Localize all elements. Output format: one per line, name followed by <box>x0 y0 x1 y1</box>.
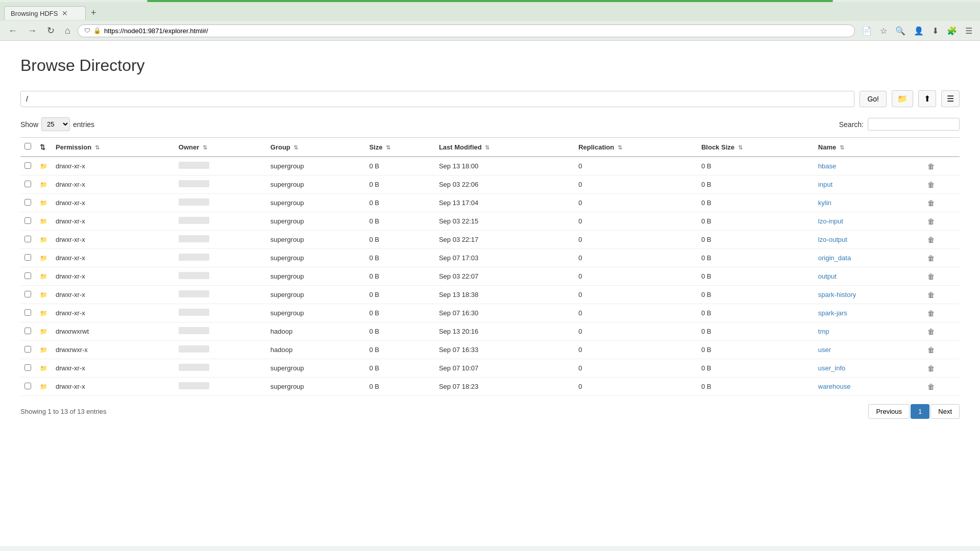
row-size: 0 B <box>365 341 434 359</box>
row-delete: 🗑 <box>923 359 960 378</box>
block-size-header[interactable]: Block Size ⇅ <box>697 138 814 157</box>
row-checkbox[interactable] <box>24 364 31 371</box>
url-input[interactable] <box>104 27 848 35</box>
page-content: Browse Directory Go! 📁 ⬆ ☰ Show 10 25 50… <box>0 41 980 546</box>
next-button[interactable]: Next <box>930 404 960 419</box>
row-replication: 0 <box>574 212 697 231</box>
active-tab[interactable]: Browsing HDFS ✕ <box>4 6 86 20</box>
path-input[interactable] <box>20 91 854 107</box>
delete-button[interactable]: 🗑 <box>927 309 935 317</box>
row-checkbox[interactable] <box>24 383 31 389</box>
row-block-size: 0 B <box>697 267 814 286</box>
file-link[interactable]: hbase <box>818 162 836 170</box>
group-header[interactable]: Group ⇅ <box>266 138 365 157</box>
new-tab-button[interactable]: + <box>86 5 102 21</box>
path-row: Go! 📁 ⬆ ☰ <box>20 90 960 107</box>
delete-button[interactable]: 🗑 <box>927 236 935 244</box>
file-link[interactable]: lzo-output <box>818 236 847 243</box>
entries-select[interactable]: 10 25 50 100 <box>41 117 70 131</box>
search-button[interactable]: 🔍 <box>893 25 908 37</box>
table-row: 📁 drwxr-xr-x supergroup 0 B Sep 13 18:00… <box>20 157 960 176</box>
table-row: 📁 drwxr-xr-x supergroup 0 B Sep 07 10:07… <box>20 359 960 378</box>
row-type-icon: 📁 <box>36 249 52 267</box>
delete-button[interactable]: 🗑 <box>927 181 935 189</box>
select-all-header[interactable] <box>20 138 36 157</box>
file-link[interactable]: input <box>818 181 832 188</box>
table-row: 📁 drwxr-xr-x supergroup 0 B Sep 03 22:15… <box>20 212 960 231</box>
file-link[interactable]: user <box>818 346 831 354</box>
tab-close-button[interactable]: ✕ <box>62 9 68 17</box>
upload-icon-button[interactable]: ⬆ <box>918 90 936 107</box>
folder-icon-button[interactable]: 📁 <box>892 90 913 107</box>
row-checkbox[interactable] <box>24 199 31 206</box>
file-link[interactable]: warehouse <box>818 383 851 390</box>
row-checkbox[interactable] <box>24 309 31 316</box>
show-label: Show <box>20 120 38 129</box>
file-link[interactable]: origin_data <box>818 254 851 262</box>
delete-button[interactable]: 🗑 <box>927 328 935 336</box>
type-icon-header[interactable]: ⇅ <box>36 138 52 157</box>
file-link[interactable]: spark-jars <box>818 309 847 317</box>
row-checkbox[interactable] <box>24 272 31 279</box>
row-checkbox[interactable] <box>24 162 31 169</box>
extensions-button[interactable]: 🧩 <box>944 25 960 37</box>
forward-button[interactable]: → <box>24 24 40 37</box>
row-delete: 🗑 <box>923 176 960 194</box>
row-owner <box>175 322 266 341</box>
replication-header[interactable]: Replication ⇅ <box>574 138 697 157</box>
row-type-icon: 📁 <box>36 194 52 212</box>
row-checkbox[interactable] <box>24 254 31 261</box>
owner-header[interactable]: Owner ⇅ <box>175 138 266 157</box>
row-delete: 🗑 <box>923 157 960 176</box>
delete-button[interactable]: 🗑 <box>927 272 935 281</box>
table-row: 📁 drwxrwxr-x hadoop 0 B Sep 07 16:33 0 0… <box>20 341 960 359</box>
reload-button[interactable]: ↻ <box>44 24 58 37</box>
file-link[interactable]: lzo-input <box>818 217 843 225</box>
row-checkbox[interactable] <box>24 291 31 297</box>
file-link[interactable]: user_info <box>818 364 845 372</box>
row-checkbox[interactable] <box>24 236 31 242</box>
file-link[interactable]: spark-history <box>818 291 856 298</box>
name-header[interactable]: Name ⇅ <box>814 138 923 157</box>
delete-button[interactable]: 🗑 <box>927 254 935 262</box>
row-checkbox[interactable] <box>24 346 31 353</box>
delete-button[interactable]: 🗑 <box>927 346 935 354</box>
list-icon-button[interactable]: ☰ <box>941 90 960 107</box>
row-name: user <box>814 341 923 359</box>
back-button[interactable]: ← <box>5 24 20 37</box>
row-checkbox[interactable] <box>24 181 31 187</box>
search-input[interactable] <box>868 118 960 131</box>
size-header[interactable]: Size ⇅ <box>365 138 434 157</box>
row-replication: 0 <box>574 267 697 286</box>
row-last-modified: Sep 03 22:15 <box>435 212 574 231</box>
delete-button[interactable]: 🗑 <box>927 291 935 299</box>
go-button[interactable]: Go! <box>860 91 887 107</box>
download-button[interactable]: ⬇ <box>929 25 941 37</box>
row-type-icon: 📁 <box>36 231 52 249</box>
row-checkbox[interactable] <box>24 328 31 334</box>
file-link[interactable]: kylin <box>818 199 831 207</box>
reader-button[interactable]: 📄 <box>859 25 874 37</box>
row-replication: 0 <box>574 157 697 176</box>
page-1-button[interactable]: 1 <box>911 404 929 419</box>
last-modified-header[interactable]: Last Modified ⇅ <box>435 138 574 157</box>
home-button[interactable]: ⌂ <box>62 24 74 37</box>
row-checkbox[interactable] <box>24 217 31 224</box>
bookmark-button[interactable]: ☆ <box>877 25 890 37</box>
file-link[interactable]: output <box>818 272 837 280</box>
select-all-checkbox[interactable] <box>24 143 31 149</box>
file-link[interactable]: tmp <box>818 328 829 335</box>
delete-button[interactable]: 🗑 <box>927 217 935 226</box>
previous-button[interactable]: Previous <box>868 404 910 419</box>
account-button[interactable]: 👤 <box>911 25 926 37</box>
owner-value <box>179 235 209 242</box>
menu-button[interactable]: ☰ <box>963 25 975 37</box>
row-size: 0 B <box>365 176 434 194</box>
delete-button[interactable]: 🗑 <box>927 383 935 391</box>
delete-button[interactable]: 🗑 <box>927 199 935 207</box>
row-checkbox-cell <box>20 322 36 341</box>
permission-header[interactable]: Permission ⇅ <box>52 138 175 157</box>
row-group: supergroup <box>266 304 365 322</box>
delete-button[interactable]: 🗑 <box>927 364 935 372</box>
delete-button[interactable]: 🗑 <box>927 162 935 170</box>
